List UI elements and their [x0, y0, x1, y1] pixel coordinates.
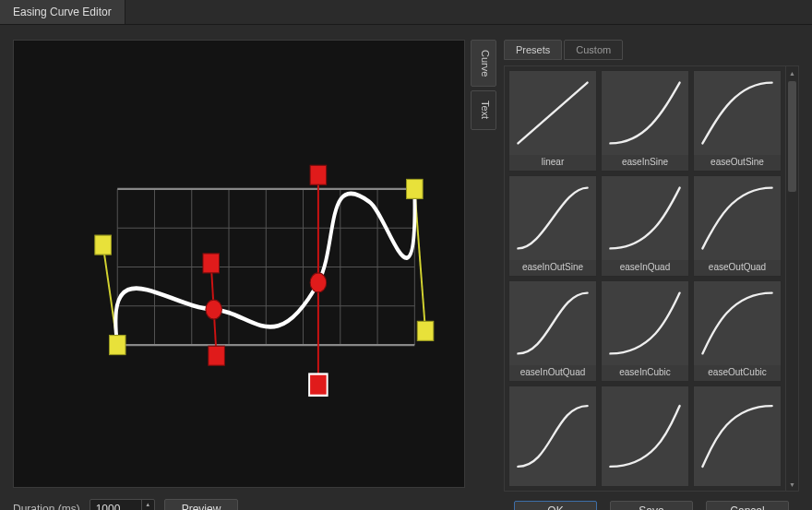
window-title-tab: Easing Curve Editor — [0, 0, 125, 24]
preset-caption: easeInOutSine — [509, 260, 596, 276]
preset-item-9[interactable] — [508, 385, 597, 487]
tab-presets[interactable]: Presets — [504, 40, 562, 60]
duration-label: Duration (ms) — [13, 503, 80, 510]
curve-endpoint[interactable] — [407, 179, 424, 198]
canvas-side-tabs: Curve Text — [471, 40, 496, 488]
preset-thumb — [509, 176, 596, 260]
preset-tabs: Presets Custom — [504, 40, 799, 60]
preset-grid: lineareaseInSineeaseOutSineeaseInOutSine… — [505, 66, 785, 491]
curve-handle[interactable] — [309, 374, 328, 396]
preset-easeOutQuad[interactable]: easeOutQuad — [693, 175, 782, 277]
preset-easeInOutQuad[interactable]: easeInOutQuad — [508, 280, 597, 382]
preset-easeOutSine[interactable]: easeOutSine — [693, 70, 782, 172]
duration-input[interactable] — [90, 500, 141, 510]
preset-thumb — [509, 71, 596, 155]
ok-button[interactable]: OK — [514, 501, 597, 510]
scroll-thumb[interactable] — [788, 81, 796, 192]
preset-caption: easeInQuad — [602, 260, 688, 276]
cancel-button[interactable]: Cancel — [706, 501, 789, 510]
preset-thumb — [694, 281, 781, 365]
preset-thumb — [602, 176, 688, 260]
duration-spinbox[interactable]: ▲ ▼ — [90, 499, 155, 510]
content-area: Curve Text Duration (ms) ▲ ▼ Preview P — [0, 25, 812, 510]
preset-thumb — [509, 281, 596, 365]
curve-handle[interactable] — [203, 254, 220, 273]
preset-easeInCubic[interactable]: easeInCubic — [601, 280, 689, 382]
preset-linear[interactable]: linear — [508, 70, 597, 172]
preset-item-11[interactable] — [693, 385, 782, 487]
titlebar: Easing Curve Editor — [0, 0, 812, 25]
tab-custom[interactable]: Custom — [564, 40, 623, 60]
preset-caption: easeOutSine — [694, 155, 781, 171]
preset-item-10[interactable] — [601, 385, 689, 487]
preset-easeInOutSine[interactable]: easeInOutSine — [508, 175, 597, 277]
tab-text[interactable]: Text — [471, 90, 496, 129]
preset-thumb — [694, 176, 781, 260]
curve-end-handle[interactable] — [417, 321, 434, 340]
canvas-row: Curve Text — [13, 40, 496, 488]
bottom-controls: Duration (ms) ▲ ▼ Preview — [13, 497, 496, 510]
curve-handle[interactable] — [209, 346, 225, 365]
tab-curve[interactable]: Curve — [471, 40, 496, 87]
preset-easeInSine[interactable]: easeInSine — [601, 70, 689, 172]
curve-node[interactable] — [206, 300, 222, 319]
preset-thumb — [602, 281, 688, 365]
preset-caption: linear — [509, 155, 596, 171]
curve-endpoint[interactable] — [109, 336, 125, 355]
preview-button[interactable]: Preview — [164, 499, 239, 510]
save-button[interactable]: Save — [610, 501, 693, 510]
preset-thumb — [602, 386, 688, 486]
preset-thumb — [694, 71, 781, 155]
spinbox-arrows: ▲ ▼ — [141, 500, 154, 510]
preset-caption: easeInOutQuad — [509, 365, 596, 381]
dialog-buttons: OK Save Cancel — [504, 497, 799, 510]
preset-thumb — [694, 386, 781, 486]
preset-easeInQuad[interactable]: easeInQuad — [601, 175, 689, 277]
curve-end-handle[interactable] — [95, 235, 112, 255]
preset-caption: easeInCubic — [602, 365, 688, 381]
curve-svg — [14, 41, 464, 487]
spin-up-icon[interactable]: ▲ — [142, 500, 154, 509]
right-column: Presets Custom lineareaseInSineeaseOutSi… — [504, 40, 799, 510]
curve-handle[interactable] — [310, 165, 327, 184]
preset-caption: easeInSine — [602, 155, 688, 171]
easing-curve-editor-window: Easing Curve Editor Curve Text Duration … — [0, 0, 812, 510]
preset-scrollbar[interactable]: ▲ ▼ — [785, 66, 798, 491]
preset-caption: easeOutCubic — [694, 365, 781, 381]
preset-panel: lineareaseInSineeaseOutSineeaseInOutSine… — [504, 65, 799, 492]
preset-thumb — [602, 71, 688, 155]
preset-easeOutCubic[interactable]: easeOutCubic — [693, 280, 782, 382]
left-column: Curve Text Duration (ms) ▲ ▼ Preview — [13, 40, 496, 510]
scroll-down-icon[interactable]: ▼ — [786, 478, 798, 491]
preset-caption: easeOutQuad — [694, 260, 781, 276]
preset-thumb — [509, 386, 596, 486]
curve-canvas[interactable] — [13, 40, 465, 488]
scroll-up-icon[interactable]: ▲ — [786, 66, 798, 79]
curve-node[interactable] — [310, 273, 327, 292]
